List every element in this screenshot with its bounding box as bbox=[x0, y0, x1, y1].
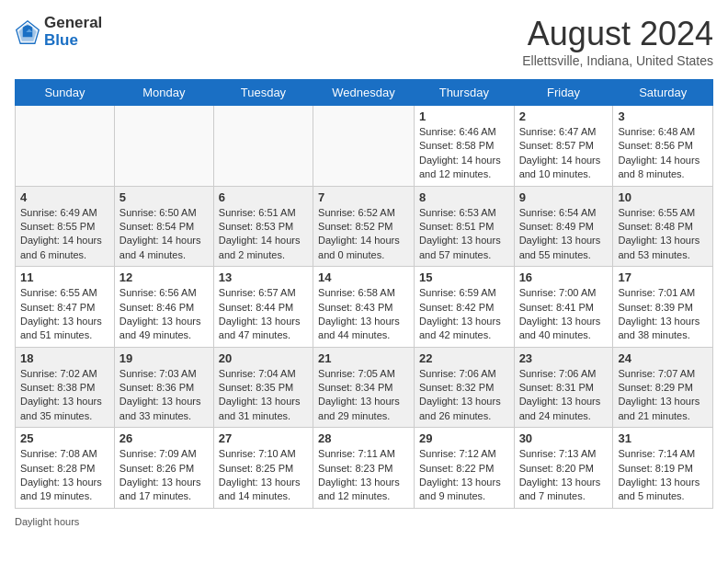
day-number: 31 bbox=[618, 431, 708, 445]
cell-text: Daylight: 13 hours and 29 minutes. bbox=[318, 395, 409, 423]
cell-text: Sunset: 8:42 PM bbox=[419, 301, 509, 315]
cell-text: Sunset: 8:41 PM bbox=[519, 301, 609, 315]
table-row: 27Sunrise: 7:10 AMSunset: 8:25 PMDayligh… bbox=[213, 428, 313, 509]
cell-text: Sunrise: 6:58 AM bbox=[318, 286, 409, 300]
table-row: 8Sunrise: 6:53 AMSunset: 8:51 PMDaylight… bbox=[414, 186, 514, 267]
cell-text: Sunset: 8:26 PM bbox=[119, 462, 209, 476]
cell-text: Daylight: 13 hours and 38 minutes. bbox=[618, 315, 708, 343]
cell-text: Sunrise: 7:04 AM bbox=[219, 367, 308, 381]
day-number: 7 bbox=[318, 190, 409, 204]
table-row bbox=[114, 106, 213, 187]
cell-text: Sunrise: 7:13 AM bbox=[519, 447, 609, 461]
day-number: 6 bbox=[219, 190, 308, 204]
day-number: 10 bbox=[618, 190, 708, 204]
day-header-monday: Monday bbox=[114, 80, 213, 106]
logo-general: General bbox=[44, 14, 102, 31]
cell-text: Daylight: 13 hours and 19 minutes. bbox=[20, 476, 109, 504]
table-row: 16Sunrise: 7:00 AMSunset: 8:41 PMDayligh… bbox=[514, 267, 613, 348]
cell-text: Sunset: 8:55 PM bbox=[20, 220, 109, 234]
cell-text: Daylight: 13 hours and 49 minutes. bbox=[119, 315, 209, 343]
day-number: 30 bbox=[519, 431, 609, 445]
cell-text: Daylight: 13 hours and 40 minutes. bbox=[519, 315, 609, 343]
logo-icon bbox=[15, 19, 40, 45]
cell-text: Sunrise: 7:14 AM bbox=[618, 447, 708, 461]
cell-text: Sunset: 8:44 PM bbox=[219, 301, 308, 315]
day-number: 4 bbox=[20, 190, 109, 204]
cell-text: Daylight: 13 hours and 9 minutes. bbox=[419, 476, 509, 504]
day-number: 3 bbox=[618, 109, 708, 123]
day-number: 11 bbox=[20, 270, 109, 284]
cell-text: Daylight: 13 hours and 31 minutes. bbox=[219, 395, 308, 423]
cell-text: Daylight: 13 hours and 24 minutes. bbox=[519, 395, 609, 423]
cell-text: Daylight: 13 hours and 17 minutes. bbox=[119, 476, 209, 504]
logo-text: General Blue bbox=[44, 15, 102, 49]
cell-text: Sunrise: 7:00 AM bbox=[519, 286, 609, 300]
cell-text: Sunrise: 6:50 AM bbox=[119, 206, 209, 220]
day-header-tuesday: Tuesday bbox=[213, 80, 313, 106]
cell-text: Sunset: 8:52 PM bbox=[318, 220, 409, 234]
cell-text: Daylight: 14 hours and 12 minutes. bbox=[419, 154, 509, 182]
day-header-friday: Friday bbox=[514, 80, 613, 106]
table-row: 21Sunrise: 7:05 AMSunset: 8:34 PMDayligh… bbox=[313, 347, 415, 428]
table-row: 18Sunrise: 7:02 AMSunset: 8:38 PMDayligh… bbox=[16, 347, 115, 428]
cell-text: Daylight: 13 hours and 57 minutes. bbox=[419, 234, 509, 262]
cell-text: Sunrise: 6:57 AM bbox=[219, 286, 308, 300]
day-number: 15 bbox=[419, 270, 509, 284]
cell-text: Sunset: 8:19 PM bbox=[618, 462, 708, 476]
cell-text: Sunrise: 7:01 AM bbox=[618, 286, 708, 300]
cell-text: Sunrise: 6:51 AM bbox=[219, 206, 308, 220]
table-row: 15Sunrise: 6:59 AMSunset: 8:42 PMDayligh… bbox=[414, 267, 514, 348]
cell-text: Sunset: 8:56 PM bbox=[618, 139, 708, 153]
day-number: 2 bbox=[519, 109, 609, 123]
day-number: 17 bbox=[618, 270, 708, 284]
page-header: General Blue August 2024 Ellettsville, I… bbox=[15, 15, 713, 68]
calendar-week-row: 1Sunrise: 6:46 AMSunset: 8:58 PMDaylight… bbox=[16, 106, 713, 187]
cell-text: Sunset: 8:54 PM bbox=[119, 220, 209, 234]
table-row: 23Sunrise: 7:06 AMSunset: 8:31 PMDayligh… bbox=[514, 347, 613, 428]
cell-text: Sunrise: 6:54 AM bbox=[519, 206, 609, 220]
day-header-sunday: Sunday bbox=[16, 80, 115, 106]
cell-text: Daylight: 13 hours and 53 minutes. bbox=[618, 234, 708, 262]
day-number: 25 bbox=[20, 431, 109, 445]
daylight-label: Daylight hours bbox=[15, 516, 79, 527]
cell-text: Daylight: 14 hours and 10 minutes. bbox=[519, 154, 609, 182]
cell-text: Daylight: 14 hours and 0 minutes. bbox=[318, 234, 409, 262]
cell-text: Daylight: 14 hours and 2 minutes. bbox=[219, 234, 308, 262]
cell-text: Sunset: 8:35 PM bbox=[219, 381, 308, 395]
cell-text: Sunrise: 6:49 AM bbox=[20, 206, 109, 220]
day-number: 5 bbox=[119, 190, 209, 204]
cell-text: Daylight: 14 hours and 8 minutes. bbox=[618, 154, 708, 182]
table-row: 12Sunrise: 6:56 AMSunset: 8:46 PMDayligh… bbox=[114, 267, 213, 348]
calendar-table: SundayMondayTuesdayWednesdayThursdayFrid… bbox=[15, 79, 713, 509]
table-row: 1Sunrise: 6:46 AMSunset: 8:58 PMDaylight… bbox=[414, 106, 514, 187]
day-number: 13 bbox=[219, 270, 308, 284]
cell-text: Daylight: 14 hours and 4 minutes. bbox=[119, 234, 209, 262]
cell-text: Daylight: 13 hours and 7 minutes. bbox=[519, 476, 609, 504]
cell-text: Sunset: 8:23 PM bbox=[318, 462, 409, 476]
cell-text: Sunset: 8:20 PM bbox=[519, 462, 609, 476]
cell-text: Sunrise: 7:07 AM bbox=[618, 367, 708, 381]
cell-text: Sunset: 8:58 PM bbox=[419, 139, 509, 153]
cell-text: Daylight: 13 hours and 12 minutes. bbox=[318, 476, 409, 504]
table-row: 26Sunrise: 7:09 AMSunset: 8:26 PMDayligh… bbox=[114, 428, 213, 509]
cell-text: Sunset: 8:29 PM bbox=[618, 381, 708, 395]
cell-text: Sunset: 8:36 PM bbox=[119, 381, 209, 395]
table-row: 3Sunrise: 6:48 AMSunset: 8:56 PMDaylight… bbox=[613, 106, 713, 187]
cell-text: Sunrise: 7:06 AM bbox=[419, 367, 509, 381]
cell-text: Daylight: 13 hours and 51 minutes. bbox=[20, 315, 109, 343]
cell-text: Sunset: 8:43 PM bbox=[318, 301, 409, 315]
title-section: August 2024 Ellettsville, Indiana, Unite… bbox=[522, 15, 713, 68]
table-row: 9Sunrise: 6:54 AMSunset: 8:49 PMDaylight… bbox=[514, 186, 613, 267]
table-row: 19Sunrise: 7:03 AMSunset: 8:36 PMDayligh… bbox=[114, 347, 213, 428]
table-row: 10Sunrise: 6:55 AMSunset: 8:48 PMDayligh… bbox=[613, 186, 713, 267]
day-number: 14 bbox=[318, 270, 409, 284]
cell-text: Sunset: 8:53 PM bbox=[219, 220, 308, 234]
logo-blue: Blue bbox=[44, 31, 78, 49]
day-number: 9 bbox=[519, 190, 609, 204]
day-number: 21 bbox=[318, 351, 409, 365]
cell-text: Sunset: 8:51 PM bbox=[419, 220, 509, 234]
table-row: 17Sunrise: 7:01 AMSunset: 8:39 PMDayligh… bbox=[613, 267, 713, 348]
month-year-title: August 2024 bbox=[522, 15, 713, 53]
day-number: 12 bbox=[119, 270, 209, 284]
day-number: 19 bbox=[119, 351, 209, 365]
